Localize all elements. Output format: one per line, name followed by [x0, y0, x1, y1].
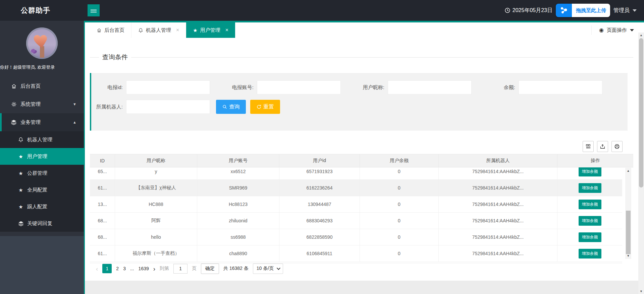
netdisk-share-icon: [556, 4, 572, 17]
bell-icon: [138, 28, 143, 33]
refresh-icon: [256, 104, 262, 109]
scrollbar-thumb[interactable]: [639, 38, 643, 188]
tab-home[interactable]: 后台首页: [90, 22, 131, 38]
page-ellipsis: ...: [130, 266, 134, 271]
app-title: 公群助手: [21, 0, 50, 21]
user-nickname-label: 用户昵称:: [353, 84, 388, 91]
cell-id: 68...: [90, 213, 115, 229]
page-actions-dropdown[interactable]: ◉ 页面操作: [591, 25, 644, 35]
sidebar: 你好！超级管理员, 欢迎登录 后台首页 系统管理 ▼ 业务管理 ▲ 机器人管理 …: [0, 21, 85, 294]
tab-user-management[interactable]: ★ 用户管理 ×: [186, 22, 235, 38]
reset-button[interactable]: 重置: [250, 100, 280, 114]
search-icon: [222, 104, 227, 109]
tab-robot-management[interactable]: 机器人管理 ×: [131, 22, 186, 38]
close-icon[interactable]: ×: [225, 27, 228, 33]
column-header-actions: 操作: [557, 154, 633, 167]
star-icon: ★: [17, 204, 24, 209]
cell-bot: 7529841614:AAH4kbZ...: [439, 245, 557, 262]
cell-userid: 6106845911: [279, 245, 360, 262]
cell-balance: 0: [360, 167, 439, 179]
drag-upload-widget[interactable]: 拖拽至此上传: [556, 4, 610, 17]
cell-id: 13...: [90, 196, 115, 212]
table-body[interactable]: 65... y xx6512 6571931923 0 7529841614:A…: [90, 167, 622, 263]
heart-photo-shape: [32, 31, 52, 50]
table-row: 68... 阿辉 zhiluonid 6883046293 0 75298416…: [90, 213, 622, 229]
page-number-2[interactable]: 2: [116, 266, 119, 271]
content-panel: 查询条件 电报id: 电报账号: 用户昵称: 余额:: [85, 38, 638, 281]
sidebar-item-business[interactable]: 业务管理 ▲: [0, 113, 84, 131]
next-page-button[interactable]: ›: [153, 266, 155, 272]
page-scrollbar[interactable]: ▲ ▼: [638, 32, 644, 294]
sidebar-item-robot-management[interactable]: 机器人管理: [0, 131, 84, 148]
bell-icon: [17, 137, 24, 142]
business-submenu: 机器人管理 ★ 用户管理 ★ 公群管理 ★ 全局配置 ★ 踢人配置 关键词回复: [0, 131, 84, 232]
scroll-down-icon[interactable]: ▼: [638, 290, 644, 293]
radio-dot-icon: ◉: [599, 27, 604, 33]
telegram-account-input[interactable]: [257, 80, 341, 94]
filter-columns-button[interactable]: [583, 141, 594, 152]
table-row: 61... 福尔摩斯（一手查档） cha8890 6106845911 0 75…: [90, 245, 622, 262]
layers-icon: [17, 221, 24, 226]
page-number-last[interactable]: 1639: [139, 266, 149, 271]
query-legend-label: 查询条件: [99, 53, 131, 62]
admin-user-menu[interactable]: 管理员: [613, 7, 637, 14]
home-icon: [10, 83, 17, 89]
page-number-3[interactable]: 3: [123, 266, 126, 271]
sidebar-item-keyword-reply[interactable]: 关键词回复: [0, 215, 84, 232]
add-balance-button[interactable]: 增加余额: [579, 232, 601, 242]
confirm-jump-button[interactable]: 确定: [201, 264, 219, 274]
export-button[interactable]: [597, 141, 608, 152]
sidebar-item-global-config[interactable]: ★ 全局配置: [0, 181, 84, 198]
sidebar-item-group-management[interactable]: ★ 公群管理: [0, 165, 84, 181]
column-header-balance: 用户余额: [360, 154, 439, 167]
add-balance-button[interactable]: 增加余额: [579, 167, 601, 176]
print-icon: [614, 144, 620, 149]
print-button[interactable]: [611, 141, 623, 152]
sidebar-item-user-management[interactable]: ★ 用户管理: [0, 148, 84, 165]
cell-id: 68...: [90, 229, 115, 245]
add-balance-button[interactable]: 增加余额: [579, 183, 601, 193]
cell-userid: 6822858590: [279, 229, 360, 245]
main-area: 后台首页 机器人管理 × ★ 用户管理 × ◉ 页面操作 查询条件: [85, 21, 644, 294]
prev-page-button[interactable]: ‹: [96, 266, 98, 272]
cell-userid: 130944487: [279, 196, 360, 212]
add-balance-button[interactable]: 增加余额: [579, 249, 601, 259]
close-icon[interactable]: ×: [176, 27, 179, 33]
export-icon: [600, 144, 605, 149]
column-header-bot: 所属机器人: [439, 154, 557, 167]
star-icon: ★: [17, 154, 24, 159]
jump-page-input[interactable]: [173, 264, 187, 274]
cell-userid: 6883046293: [279, 213, 360, 229]
cell-account: zhiluonid: [197, 213, 279, 229]
page-number-1[interactable]: 1: [102, 264, 112, 273]
cell-bot: 7529841614:AAH4kbZ...: [439, 180, 557, 196]
add-balance-button[interactable]: 增加余额: [579, 200, 601, 209]
sidebar-item-system[interactable]: 系统管理 ▼: [0, 95, 84, 113]
scroll-up-icon[interactable]: ▲: [638, 33, 644, 37]
user-nickname-input[interactable]: [388, 80, 472, 94]
scroll-up-icon[interactable]: ▲: [625, 169, 631, 172]
cell-id: 65...: [90, 167, 115, 179]
add-balance-button[interactable]: 增加余额: [579, 216, 601, 226]
sidebar-toggle-button[interactable]: [88, 4, 100, 16]
pagination: ‹ 1 2 3 ... 1639 › 到第 页 确定 共 16382 条 10 …: [96, 263, 283, 274]
user-table-card: ID 用户昵称 用户账号 用户id 用户余额 所属机器人 操作 65... y …: [90, 139, 633, 276]
cell-action: 增加余额: [557, 245, 622, 262]
sidebar-item-kick-config[interactable]: ★ 踢人配置: [0, 198, 84, 215]
sidebar-item-home[interactable]: 后台首页: [0, 77, 84, 95]
table-scrollbar[interactable]: ▲ ▼: [625, 168, 631, 259]
scroll-down-icon[interactable]: ▼: [625, 254, 631, 258]
avatar[interactable]: [26, 27, 58, 59]
table-row: 61... 【东南亚】χ神秘人 SMR969 6162236264 0 7529…: [90, 180, 622, 196]
table-header: ID 用户昵称 用户账号 用户id 用户余额 所属机器人 操作: [90, 154, 633, 167]
owner-robot-input[interactable]: [126, 100, 210, 114]
scrollbar-thumb[interactable]: [626, 211, 631, 254]
page-size-select[interactable]: 10 条/页: [253, 264, 283, 274]
cell-bot: 7529841614:AAH4kbZ...: [439, 229, 557, 245]
sidebar-menu: 后台首页 系统管理 ▼ 业务管理 ▲ 机器人管理 ★ 用户管理 ★ 公群管理: [0, 77, 84, 232]
chevron-down-icon: ▼: [73, 102, 76, 106]
search-button[interactable]: 查询: [216, 100, 246, 114]
telegram-id-input[interactable]: [126, 80, 210, 94]
balance-input[interactable]: [519, 80, 602, 94]
total-count-label: 共 16382 条: [223, 266, 249, 272]
